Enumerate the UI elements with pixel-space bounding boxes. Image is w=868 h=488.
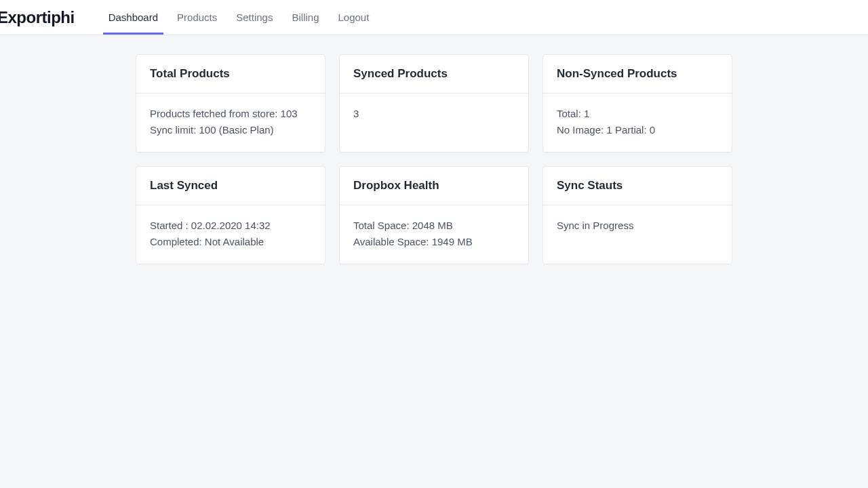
card-body: Started : 02.02.2020 14:32 Completed: No…	[136, 205, 325, 264]
card-sync-status: Sync Stauts Sync in Progress	[542, 166, 732, 264]
card-last-synced: Last Synced Started : 02.02.2020 14:32 C…	[136, 166, 326, 264]
card-body: Total: 1 No Image: 1 Partial: 0	[543, 94, 732, 152]
card-title: Synced Products	[353, 67, 515, 81]
card-header: Dropbox Health	[340, 167, 528, 205]
card-text-line: Sync limit: 100 (Basic Plan)	[150, 122, 311, 138]
nav-settings[interactable]: Settings	[231, 0, 278, 35]
card-text-line: Completed: Not Available	[150, 234, 311, 250]
card-title: Sync Stauts	[557, 179, 718, 192]
card-text-line: Total Space: 2048 MB	[353, 218, 515, 234]
card-header: Total Products	[136, 55, 325, 94]
card-text-line: Sync in Progress	[557, 218, 718, 234]
nav-products[interactable]: Products	[172, 0, 222, 35]
card-header: Non-Synced Products	[543, 55, 732, 94]
logo: Exportiphi	[0, 8, 75, 27]
card-synced-products: Synced Products 3	[339, 54, 529, 152]
card-body: Total Space: 2048 MB Available Space: 19…	[340, 205, 528, 264]
card-dropbox-health: Dropbox Health Total Space: 2048 MB Avai…	[339, 166, 529, 264]
nav: Dashboard Products Settings Billing Logo…	[99, 0, 379, 35]
card-text-line: No Image: 1 Partial: 0	[557, 122, 718, 138]
header: Exportiphi Dashboard Products Settings B…	[0, 0, 868, 35]
nav-billing[interactable]: Billing	[286, 0, 324, 35]
card-text-line: Total: 1	[557, 106, 718, 122]
card-text-line: 3	[353, 106, 515, 122]
card-body: Sync in Progress	[543, 205, 732, 264]
card-title: Non-Synced Products	[557, 67, 718, 81]
card-grid: Total Products Products fetched from sto…	[136, 54, 732, 264]
card-text-line: Started : 02.02.2020 14:32	[150, 218, 311, 234]
nav-logout[interactable]: Logout	[333, 0, 375, 35]
card-header: Sync Stauts	[543, 167, 732, 205]
card-title: Dropbox Health	[353, 179, 515, 192]
card-header: Last Synced	[136, 167, 325, 205]
card-title: Total Products	[150, 67, 311, 81]
card-header: Synced Products	[340, 55, 528, 94]
card-title: Last Synced	[150, 179, 311, 192]
card-total-products: Total Products Products fetched from sto…	[136, 54, 326, 152]
nav-dashboard[interactable]: Dashboard	[103, 0, 163, 35]
card-non-synced-products: Non-Synced Products Total: 1 No Image: 1…	[542, 54, 732, 152]
card-text-line: Available Space: 1949 MB	[353, 234, 515, 250]
content: Total Products Products fetched from sto…	[0, 35, 868, 264]
card-text-line: Products fetched from store: 103	[150, 106, 311, 122]
card-body: 3	[340, 94, 528, 152]
card-text-line	[353, 122, 515, 138]
card-text-line	[557, 234, 718, 250]
card-body: Products fetched from store: 103 Sync li…	[136, 94, 325, 152]
